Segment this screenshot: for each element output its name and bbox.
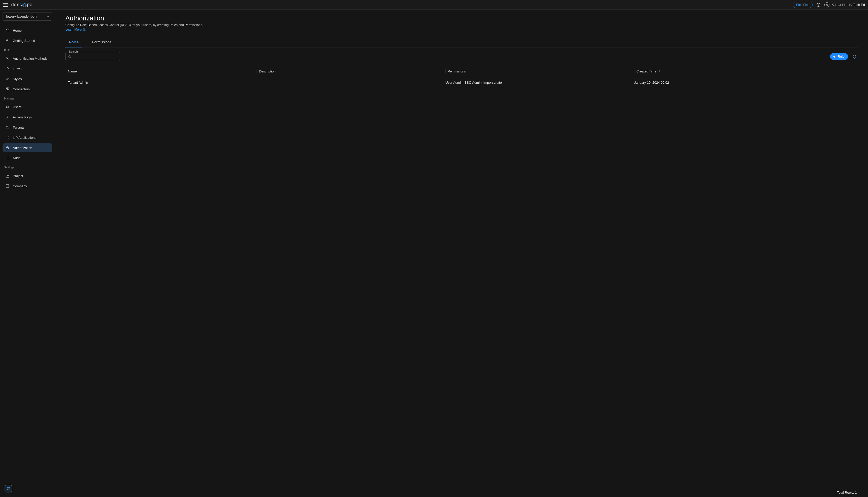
avatar-icon xyxy=(824,2,829,8)
cell-name: Tenant Admin xyxy=(68,81,256,84)
puzzle-icon xyxy=(5,87,10,91)
brand-logo[interactable]: de sc ((•)) pe xyxy=(11,2,32,8)
svg-point-18 xyxy=(9,488,9,488)
sidebar-item-audit[interactable]: Audit xyxy=(2,154,52,162)
sidebar-item-tenants[interactable]: Tenants xyxy=(2,123,52,132)
learn-more-label: Learn More xyxy=(65,28,82,31)
page-subtitle: Configure Role-Based Access Control (RBA… xyxy=(65,23,858,27)
table-settings-button[interactable] xyxy=(851,53,858,60)
sidebar-item-label: Authentication Methods xyxy=(13,57,47,60)
sidebar-item-access-keys[interactable]: Access Keys xyxy=(2,113,52,122)
sidebar-item-label: Project xyxy=(13,174,23,178)
search-input[interactable] xyxy=(65,52,120,61)
column-permissions[interactable]: Permissions xyxy=(448,69,466,73)
table-footer: Total Rows: 1 xyxy=(65,488,858,495)
sidebar-item-flows[interactable]: Flows xyxy=(2,64,52,73)
column-created-time[interactable]: Created Time xyxy=(636,69,661,73)
svg-point-8 xyxy=(6,117,8,118)
sidebar-item-label: Audit xyxy=(13,156,20,160)
sidebar-item-idp-applications[interactable]: IdP Applications xyxy=(2,133,52,142)
tabs: Roles Permissions xyxy=(65,38,858,47)
search-icon xyxy=(68,55,71,58)
svg-point-1 xyxy=(818,5,819,6)
sidebar-item-home[interactable]: Home xyxy=(2,26,52,35)
column-name[interactable]: Name xyxy=(68,69,77,73)
brand-text: de xyxy=(11,2,17,8)
svg-rect-9 xyxy=(6,136,7,137)
sidebar-item-label: Styles xyxy=(13,77,22,81)
help-icon[interactable] xyxy=(816,2,821,8)
sidebar-item-styles[interactable]: Styles xyxy=(2,74,52,83)
column-description[interactable]: Description xyxy=(259,69,276,73)
apps-icon xyxy=(5,135,10,140)
user-name-label: Kumar Harsh, Tech Ed xyxy=(831,3,865,6)
sidebar-item-label: Tenants xyxy=(13,126,25,129)
svg-rect-11 xyxy=(6,138,7,139)
brand-text: sc xyxy=(17,2,22,8)
top-bar: de sc ((•)) pe Free Plan Kumar Harsh, Te… xyxy=(0,0,868,10)
users-icon xyxy=(5,104,10,109)
auth-icon xyxy=(5,56,10,61)
sidebar: flowery-lavender-bohr Home Getting Start… xyxy=(0,10,55,497)
svg-point-2 xyxy=(826,4,827,5)
user-menu[interactable]: Kumar Harsh, Tech Ed xyxy=(824,2,865,8)
table-header: Name Description Permissions Created Tim… xyxy=(65,66,858,77)
chevron-down-icon xyxy=(46,15,50,18)
brand-text: pe xyxy=(27,2,32,8)
sidebar-item-users[interactable]: Users xyxy=(2,102,52,111)
sidebar-group-title: Build xyxy=(2,46,52,53)
search-label: Search xyxy=(68,50,79,53)
sidebar-item-label: Getting Started xyxy=(13,39,35,43)
company-icon xyxy=(5,184,10,188)
main-content: Authorization Configure Role-Based Acces… xyxy=(55,10,868,497)
project-selector[interactable]: flowery-lavender-bohr xyxy=(2,12,52,21)
sidebar-item-label: Company xyxy=(13,184,27,188)
svg-point-16 xyxy=(854,56,855,57)
lock-icon xyxy=(5,145,10,150)
sidebar-item-authorization[interactable]: Authorization xyxy=(2,143,52,152)
table-row[interactable]: Tenant Admin User Admin, SSO Admin, Impe… xyxy=(65,77,858,88)
search-field: Search xyxy=(65,52,120,61)
project-name: flowery-lavender-bohr xyxy=(5,15,38,18)
sidebar-item-label: Users xyxy=(13,105,22,109)
list-icon xyxy=(5,156,10,160)
svg-point-6 xyxy=(6,105,7,106)
sidebar-item-label: Home xyxy=(13,29,22,32)
sidebar-item-project[interactable]: Project xyxy=(2,171,52,180)
total-rows-value: 1 xyxy=(855,491,857,495)
svg-rect-14 xyxy=(6,185,9,187)
flag-icon xyxy=(5,38,10,43)
sidebar-item-getting-started[interactable]: Getting Started xyxy=(2,36,52,45)
chat-support-button[interactable] xyxy=(4,485,12,493)
free-plan-button[interactable]: Free Plan xyxy=(793,2,813,8)
svg-point-7 xyxy=(8,106,9,107)
sort-desc-icon xyxy=(658,70,661,73)
tab-permissions[interactable]: Permissions xyxy=(88,38,115,47)
svg-rect-10 xyxy=(8,136,9,137)
svg-rect-13 xyxy=(6,147,9,149)
svg-point-17 xyxy=(8,488,8,488)
brush-icon xyxy=(5,76,10,81)
brand-bubble-icon: ((•)) xyxy=(23,3,26,7)
svg-rect-4 xyxy=(6,67,7,68)
sidebar-item-connectors[interactable]: Connectors xyxy=(2,85,52,94)
folder-icon xyxy=(5,173,10,178)
sidebar-item-label: Connectors xyxy=(13,87,30,91)
add-role-button[interactable]: Role xyxy=(830,53,848,60)
svg-rect-5 xyxy=(8,69,9,70)
sidebar-item-company[interactable]: Company xyxy=(2,182,52,190)
tab-roles[interactable]: Roles xyxy=(65,38,82,47)
page-title: Authorization xyxy=(65,14,858,22)
total-rows-label: Total Rows: xyxy=(837,491,854,495)
sidebar-item-auth-methods[interactable]: Authentication Methods xyxy=(2,54,52,63)
flows-icon xyxy=(5,66,10,71)
sidebar-group-title: Settings xyxy=(2,164,52,170)
roles-table: Name Description Permissions Created Tim… xyxy=(65,66,858,88)
sidebar-item-label: IdP Applications xyxy=(13,136,36,140)
key-icon xyxy=(5,115,10,119)
cell-created: January 10, 2024 09:02 xyxy=(634,81,823,84)
menu-toggle-icon[interactable] xyxy=(3,2,8,8)
cell-permissions: User Admin, SSO Admin, Impersonate xyxy=(446,81,634,84)
learn-more-link[interactable]: Learn More xyxy=(65,28,858,31)
home-icon xyxy=(5,28,10,33)
